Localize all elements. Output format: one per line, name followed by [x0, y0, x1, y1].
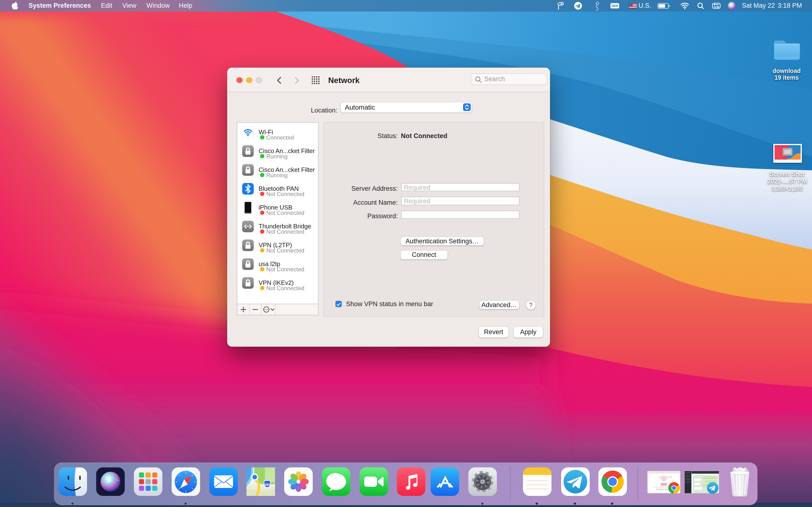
svg-text:280: 280	[265, 483, 270, 487]
